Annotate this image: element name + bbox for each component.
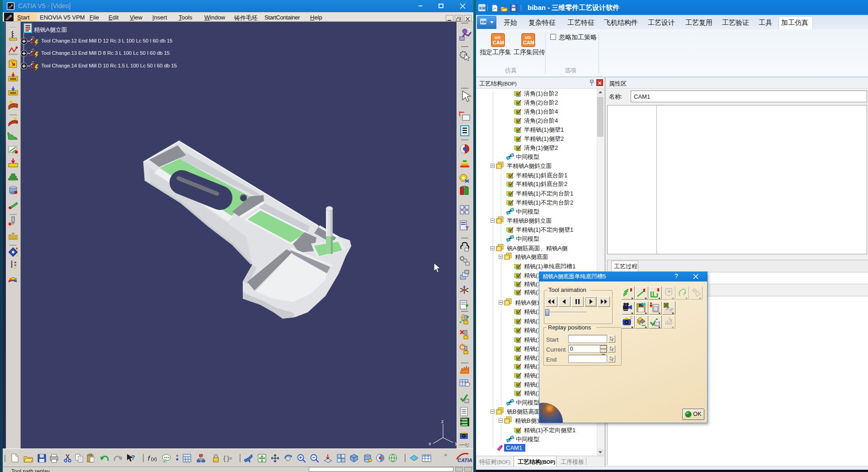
svg-text:»: » [444, 451, 447, 458]
svg-text:UG: UG [525, 35, 531, 40]
svg-text:=: = [229, 456, 232, 461]
svg-text:f: f [148, 454, 151, 462]
svg-text:{ }: { } [223, 454, 229, 462]
svg-text:CATIA: CATIA [458, 458, 472, 463]
svg-text:KM: KM [481, 20, 487, 24]
svg-text:KM: KM [479, 6, 486, 10]
svg-text:CAM: CAM [523, 40, 534, 45]
svg-text:(x): (x) [151, 456, 157, 462]
svg-text:UG: UG [495, 35, 501, 40]
svg-text:?: ? [131, 454, 135, 461]
svg-text:CAM: CAM [493, 40, 504, 45]
